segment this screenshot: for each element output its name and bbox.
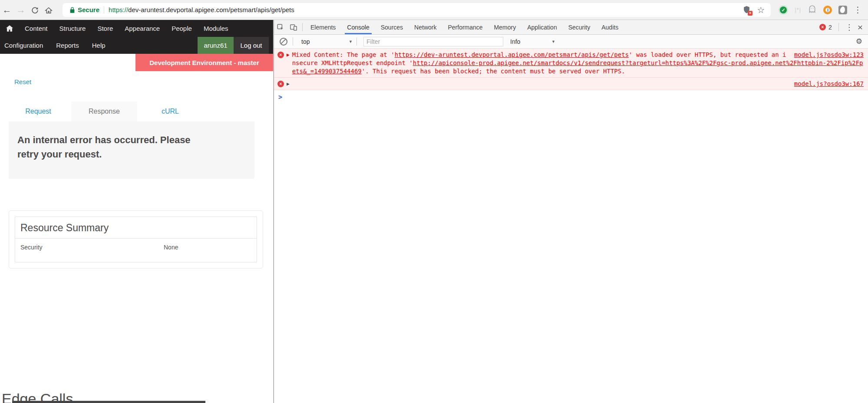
error-icon: × [277, 81, 284, 87]
console-filter-input[interactable] [363, 37, 503, 46]
url-divider [104, 6, 104, 13]
devtools-tab-audits[interactable]: Audits [596, 20, 624, 34]
devtools-tab-security[interactable]: Security [563, 20, 596, 34]
back-icon[interactable]: ← [0, 0, 14, 20]
user-account-button[interactable]: arunz61 [198, 37, 234, 54]
extension-vpn-icon[interactable] [823, 6, 832, 14]
environment-banner: Development Environment - master [135, 54, 273, 71]
page-url-link[interactable]: https://dev-aruntest.devportal.apigee.co… [395, 51, 629, 58]
console-toolbar: top ▼ Info ▼ ⚙ [274, 35, 868, 49]
context-select[interactable]: top ▼ [300, 38, 354, 45]
devtools-tab-memory[interactable]: Memory [488, 20, 522, 34]
bottom-strip [12, 401, 205, 403]
tab-response[interactable]: Response [71, 102, 137, 121]
admin-menu-configuration[interactable]: Configuration [4, 42, 43, 49]
device-toolbar-icon[interactable] [287, 20, 300, 34]
url-scheme: https:// [109, 6, 128, 13]
expand-arrow-icon[interactable]: ▶ [287, 51, 290, 59]
forward-icon[interactable]: → [14, 0, 28, 20]
browser-menu-icon[interactable]: ⋮ [854, 6, 862, 14]
drupal-admin-toolbar: Content Structure Store Appearance Peopl… [0, 20, 273, 54]
resource-summary-row: Security None [15, 239, 257, 262]
settings-gear-icon[interactable]: ⚙ [856, 37, 862, 46]
browser-toolbar: ← → Secure https://dev-aruntest.devporta… [0, 0, 868, 20]
devtools-tab-sources[interactable]: Sources [375, 20, 409, 34]
devportal-page: Content Structure Store Appearance Peopl… [0, 20, 274, 403]
api-console-tabs: Request Response cURL [5, 102, 273, 121]
logout-button[interactable]: Log out [234, 37, 269, 54]
resource-summary-title: Resource Summary [15, 217, 257, 239]
admin-menu-structure[interactable]: Structure [59, 25, 86, 32]
home-icon[interactable] [42, 0, 56, 20]
error-badge-icon: × [819, 24, 826, 30]
clear-console-icon[interactable] [280, 38, 287, 46]
url-host-path: dev-aruntest.devportal.apigee.com/petsma… [128, 6, 294, 13]
main-split: Content Structure Store Appearance Peopl… [0, 20, 868, 403]
resource-summary-card: Resource Summary Security None [9, 210, 263, 269]
devtools-tab-performance[interactable]: Performance [442, 20, 488, 34]
caret-down-icon: ▼ [551, 39, 555, 44]
console-prompt-row[interactable]: > [274, 90, 868, 105]
extension-ghost-icon[interactable] [808, 4, 817, 16]
console-output: × ▶ model.js?osdo3w:123Mixed Content: Th… [274, 49, 868, 403]
devtools-close-icon[interactable]: × [858, 23, 863, 32]
url-bar[interactable]: Secure https://dev-aruntest.devportal.ap… [63, 3, 771, 17]
reset-link[interactable]: Reset [14, 78, 31, 85]
mixed-content-message: model.js?osdo3w:123Mixed Content: The pa… [292, 51, 864, 75]
blocked-content-shield-icon[interactable]: × [743, 5, 751, 15]
devtools-menu-icon[interactable]: ⋮ [845, 23, 853, 32]
console-error-message-collapsed: × ▶ model.js?osdo3w:167 [274, 78, 868, 90]
resource-summary-security-label: Security [20, 244, 164, 251]
tab-curl[interactable]: cURL [137, 102, 203, 121]
admin-menu-appearance[interactable]: Appearance [125, 25, 160, 32]
caret-down-icon: ▼ [349, 39, 353, 44]
log-level-value: Info [510, 38, 520, 45]
admin-menu-content[interactable]: Content [25, 25, 48, 32]
console-error-message: × ▶ model.js?osdo3w:123Mixed Content: Th… [274, 49, 868, 78]
admin-menu-reports[interactable]: Reports [56, 42, 79, 49]
reload-icon[interactable] [28, 0, 42, 20]
tabbar-divider [302, 23, 303, 31]
tab-request[interactable]: Request [5, 102, 71, 121]
extension-gray-icon[interactable] [838, 6, 847, 14]
error-count-badge[interactable]: × 2 [819, 24, 832, 31]
devtools-tab-network[interactable]: Network [409, 20, 442, 34]
error-count: 2 [828, 24, 832, 31]
resource-summary-security-value: None [164, 244, 178, 251]
response-error-panel: An internal error has occurred. Please r… [9, 121, 254, 179]
url-text[interactable]: https://dev-aruntest.devportal.apigee.co… [109, 6, 743, 13]
extension-disabled-icon[interactable]: |*| [795, 7, 801, 13]
extensions-area: ✓ |*| ⋮ [771, 4, 868, 16]
bookmark-star-icon[interactable]: ☆ [757, 5, 765, 15]
drupal-home-icon[interactable] [6, 25, 13, 32]
extension-check-icon[interactable]: ✓ [779, 5, 788, 15]
devtools-tab-application[interactable]: Application [521, 20, 563, 34]
screen: ← → Secure https://dev-aruntest.devporta… [0, 0, 868, 403]
admin-menu-people[interactable]: People [172, 25, 192, 32]
admin-menu-modules[interactable]: Modules [204, 25, 228, 32]
inspect-element-icon[interactable] [274, 20, 287, 34]
devtools-tab-elements[interactable]: Elements [305, 20, 341, 34]
admin-menu-store[interactable]: Store [97, 25, 113, 32]
secure-chip[interactable]: Secure [78, 6, 99, 13]
devtools-tabbar: Elements Console Sources Network Perform… [274, 20, 868, 35]
source-link[interactable]: model.js?osdo3w:167 [794, 80, 864, 88]
context-select-value: top [301, 38, 310, 45]
admin-menu-help[interactable]: Help [92, 42, 106, 49]
devtools-panel: Elements Console Sources Network Perform… [274, 20, 868, 403]
blocked-x-badge: × [748, 11, 752, 16]
lock-icon [69, 7, 75, 13]
log-level-select[interactable]: Info ▼ [508, 38, 557, 45]
expand-arrow-icon[interactable]: ▶ [287, 80, 290, 88]
console-prompt-icon: > [278, 93, 282, 102]
response-error-text: An internal error has occurred. Please r… [17, 133, 191, 161]
devtools-tab-console[interactable]: Console [341, 20, 375, 34]
source-link[interactable]: model.js?osdo3w:123 [794, 51, 864, 59]
error-icon: × [277, 52, 284, 58]
